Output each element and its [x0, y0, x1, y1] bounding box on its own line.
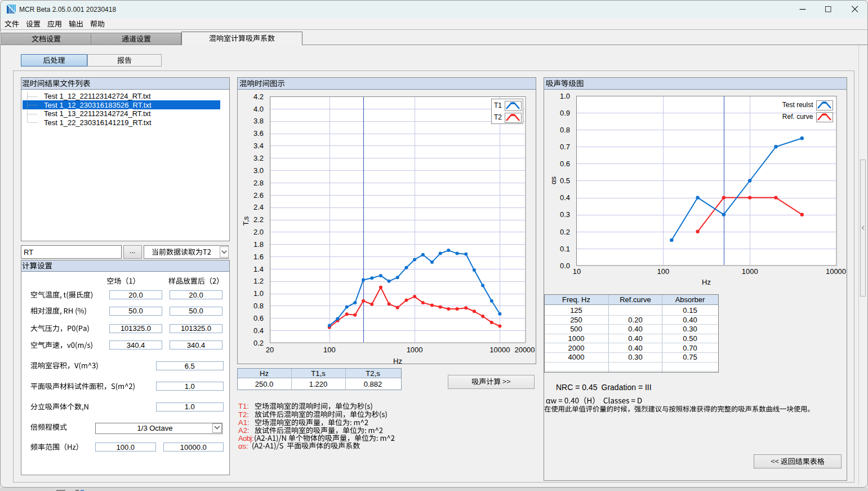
svg-text:0.40: 0.40 — [683, 316, 697, 324]
svg-text:0.2: 0.2 — [560, 228, 570, 236]
svg-text:A1:: A1: — [238, 418, 250, 427]
svg-text:4.0: 4.0 — [253, 105, 264, 113]
svg-text:Hz: Hz — [702, 278, 711, 286]
svg-text:20.0: 20.0 — [128, 291, 143, 299]
svg-text:10: 10 — [573, 267, 581, 276]
svg-text:3.0: 3.0 — [253, 166, 264, 175]
svg-text:T,s: T,s — [242, 216, 250, 225]
svg-text:0.1: 0.1 — [560, 245, 570, 253]
svg-text:Absorber: Absorber — [675, 295, 705, 304]
svg-text:3.4: 3.4 — [253, 141, 264, 150]
svg-text:1.0: 1.0 — [185, 402, 195, 411]
svg-text:T2: T2 — [494, 113, 502, 121]
svg-text:Test reulst: Test reulst — [782, 101, 813, 109]
svg-text:2.4: 2.4 — [253, 203, 264, 211]
svg-text:6.5: 6.5 — [185, 362, 195, 370]
svg-text:1.4: 1.4 — [253, 265, 264, 273]
svg-text:0.30: 0.30 — [628, 353, 642, 361]
svg-text:Ref. curve: Ref. curve — [782, 113, 813, 121]
svg-text:0.0: 0.0 — [560, 262, 570, 270]
svg-text:10000.0: 10000.0 — [180, 443, 207, 452]
svg-text:2.8: 2.8 — [253, 179, 264, 187]
svg-text:Test 1_12_230316183526_RT.txt: Test 1_12_230316183526_RT.txt — [44, 101, 152, 109]
svg-text:0.7: 0.7 — [560, 143, 570, 151]
svg-text:1.6: 1.6 — [253, 253, 264, 261]
svg-text:T1: T1 — [494, 101, 502, 109]
svg-text:101325.0: 101325.0 — [121, 324, 151, 333]
svg-text:250: 250 — [570, 316, 582, 324]
svg-text:0.30: 0.30 — [683, 325, 697, 333]
svg-text:100: 100 — [323, 346, 336, 354]
svg-text:2.6: 2.6 — [253, 191, 264, 200]
svg-text:1.2: 1.2 — [253, 277, 264, 285]
svg-text:Test 1_22_230316141219_RT.txt: Test 1_22_230316141219_RT.txt — [44, 118, 152, 127]
svg-text:NRC = 0.45 Gradation = III: NRC = 0.45 Gradation = III — [556, 383, 652, 392]
svg-text:125: 125 — [570, 306, 582, 315]
svg-text:500: 500 — [570, 325, 582, 333]
svg-text:1000: 1000 — [568, 334, 585, 343]
svg-text:Test 1_12_221123142724_RT.txt: Test 1_12_221123142724_RT.txt — [44, 92, 151, 100]
svg-text:0.50: 0.50 — [683, 334, 697, 343]
svg-text:10000: 10000 — [826, 267, 846, 276]
svg-text:2.2: 2.2 — [253, 215, 264, 224]
svg-text:1000: 1000 — [742, 267, 758, 276]
svg-text:Hz: Hz — [260, 369, 269, 378]
svg-text:0.4: 0.4 — [560, 193, 570, 202]
svg-text:...: ... — [130, 246, 136, 255]
svg-text:0.6: 0.6 — [253, 314, 264, 322]
svg-text:4.2: 4.2 — [253, 92, 264, 101]
svg-text:101325.0: 101325.0 — [181, 324, 211, 333]
svg-text:340.4: 340.4 — [127, 341, 145, 350]
svg-text:0.40: 0.40 — [628, 334, 642, 343]
svg-text:0.15: 0.15 — [683, 306, 697, 315]
svg-text:0.5: 0.5 — [560, 176, 570, 185]
svg-text:Ref.curve: Ref.curve — [620, 295, 651, 304]
svg-text:αs:: αs: — [238, 442, 248, 450]
svg-text:20: 20 — [266, 346, 274, 354]
svg-text:1000: 1000 — [407, 346, 423, 354]
svg-text:50.0: 50.0 — [128, 307, 143, 315]
svg-text:T1:: T1: — [238, 402, 249, 410]
svg-text:0.8: 0.8 — [253, 302, 264, 310]
svg-text:T2:: T2: — [238, 410, 249, 419]
svg-text:1.8: 1.8 — [253, 240, 264, 249]
svg-text:0.9: 0.9 — [560, 109, 570, 117]
svg-text:MCR Beta 2.05.0.001 20230418: MCR Beta 2.05.0.001 20230418 — [19, 6, 116, 14]
svg-text:100: 100 — [657, 267, 670, 276]
svg-text:3.6: 3.6 — [253, 129, 264, 138]
svg-text:1.0: 1.0 — [560, 92, 570, 100]
svg-text:0.882: 0.882 — [364, 380, 382, 388]
svg-text:10000: 10000 — [489, 346, 510, 354]
svg-text:0.8: 0.8 — [560, 126, 570, 134]
svg-text:Freq. Hz: Freq. Hz — [562, 295, 590, 304]
svg-text:0.6: 0.6 — [560, 160, 570, 168]
svg-text:2.0: 2.0 — [253, 228, 264, 236]
svg-text:1.0: 1.0 — [253, 289, 264, 298]
svg-text:3.8: 3.8 — [253, 117, 264, 125]
svg-text:1.220: 1.220 — [309, 380, 328, 388]
svg-text:Test 1_13_221123142724_RT.txt: Test 1_13_221123142724_RT.txt — [44, 109, 151, 118]
svg-text:340.4: 340.4 — [187, 341, 206, 350]
svg-text:0.40: 0.40 — [628, 325, 642, 333]
svg-text:50.0: 50.0 — [189, 307, 203, 315]
svg-text:20000: 20000 — [514, 346, 535, 354]
svg-text:RT: RT — [24, 248, 33, 256]
svg-text:0.2: 0.2 — [253, 339, 264, 347]
svg-text:αs: αs — [549, 176, 558, 184]
svg-text:20.0: 20.0 — [189, 291, 203, 299]
svg-text:0.20: 0.20 — [628, 316, 642, 324]
svg-text:4000: 4000 — [568, 353, 585, 361]
svg-text:1/3 Octave: 1/3 Octave — [137, 424, 173, 432]
svg-text:250.0: 250.0 — [255, 380, 274, 388]
svg-text:0.40: 0.40 — [628, 344, 642, 352]
svg-text:0.70: 0.70 — [683, 344, 697, 352]
svg-text:0.4: 0.4 — [253, 326, 264, 335]
svg-text:T1,s: T1,s — [311, 369, 326, 378]
svg-text:Hz: Hz — [393, 357, 402, 365]
svg-text:100.0: 100.0 — [116, 443, 135, 452]
svg-text:0.3: 0.3 — [560, 210, 570, 219]
svg-text:3.2: 3.2 — [253, 154, 264, 162]
svg-text:T2,s: T2,s — [366, 369, 380, 378]
svg-text:0.75: 0.75 — [683, 353, 697, 361]
svg-text:2000: 2000 — [568, 344, 585, 352]
